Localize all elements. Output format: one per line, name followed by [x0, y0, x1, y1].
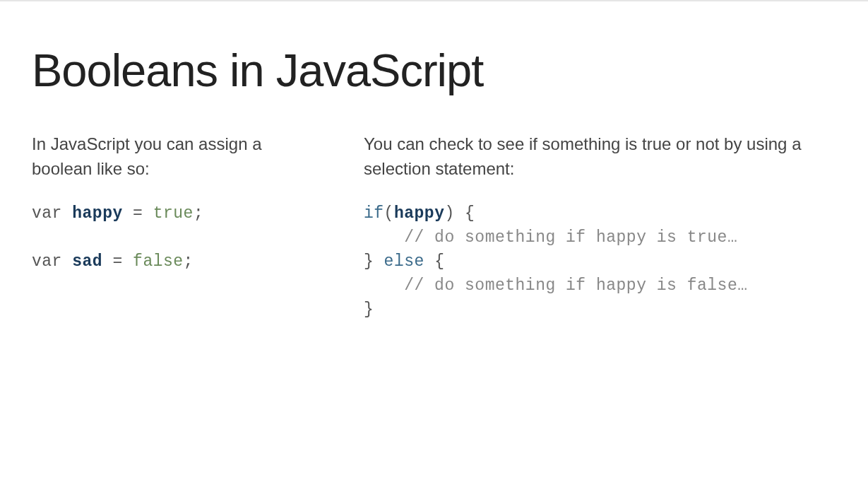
- code-eq: =: [102, 252, 133, 271]
- code-comment: // do something if happy is false…: [364, 276, 748, 295]
- code-eq: =: [123, 204, 153, 223]
- code-true: true: [153, 204, 194, 223]
- code-block-assign-happy: var happy = true; var sad = false;: [32, 201, 293, 274]
- code-brace: }: [364, 252, 374, 271]
- code-block-if-else: if(happy) { // do something if happy is …: [364, 201, 836, 322]
- code-brace: {: [455, 204, 475, 223]
- code-comment: // do something if happy is true…: [364, 228, 737, 247]
- code-brace: }: [364, 300, 374, 319]
- columns: In JavaScript you can assign a boolean l…: [32, 132, 836, 322]
- code-false: false: [133, 252, 184, 271]
- code-semi: ;: [184, 252, 194, 271]
- code-rparen: ): [444, 204, 454, 223]
- code-keyword: var: [32, 204, 62, 223]
- code-varname: happy: [72, 204, 123, 223]
- code-brace: {: [434, 252, 444, 271]
- code-if: if: [364, 204, 384, 223]
- slide-content: Booleans in JavaScript In JavaScript you…: [0, 1, 868, 350]
- code-condition: happy: [394, 204, 445, 223]
- column-right: You can check to see if something is tru…: [364, 132, 836, 322]
- code-varname: sad: [72, 252, 102, 271]
- slide-title: Booleans in JavaScript: [32, 44, 836, 97]
- code-keyword: var: [32, 252, 62, 271]
- left-intro-text: In JavaScript you can assign a boolean l…: [32, 132, 293, 182]
- code-semi: ;: [194, 204, 203, 223]
- right-intro-text: You can check to see if something is tru…: [364, 132, 836, 182]
- code-lparen: (: [384, 204, 394, 223]
- column-left: In JavaScript you can assign a boolean l…: [32, 132, 293, 322]
- code-else: else: [374, 252, 434, 271]
